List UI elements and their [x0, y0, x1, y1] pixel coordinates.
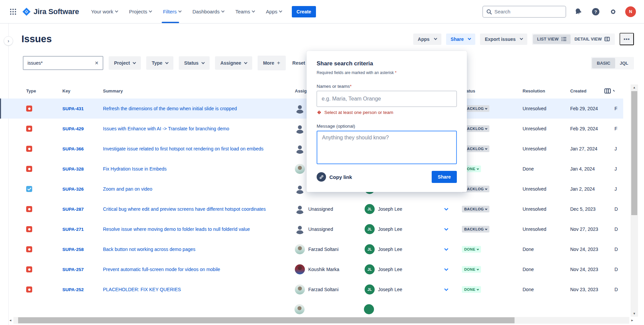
help-icon[interactable]: ? — [590, 6, 601, 17]
issue-summary-link[interactable]: Prevent automatic full-screen mode for v… — [103, 266, 291, 273]
issue-summary-link[interactable]: Critical bug where edit and preview scre… — [103, 206, 291, 212]
reporter-cell[interactable]: JL Joseph Lee — [361, 204, 433, 214]
table-row[interactable]: SUPA-287 Critical bug where edit and pre… — [0, 199, 623, 219]
issue-key-link[interactable]: SUPA-326 — [62, 187, 84, 192]
issue-summary-link[interactable]: Zoom and pan on video — [103, 186, 291, 192]
issue-summary-link[interactable]: Refresh the dimensions of the demo when … — [103, 105, 291, 112]
issue-summary-link[interactable]: Investigate issue related to first hotsp… — [103, 145, 291, 152]
issue-summary-link[interactable]: Back button not working across demo page… — [103, 246, 291, 253]
scroll-left-arrow[interactable]: ◄ — [7, 317, 13, 324]
clear-search-icon[interactable]: ✕ — [95, 60, 99, 66]
issue-key-link[interactable]: SUPA-328 — [62, 167, 84, 172]
priority-low-icon[interactable] — [433, 248, 458, 251]
assignee-filter-dropdown[interactable]: Assignee — [215, 56, 252, 70]
status-badge[interactable]: BACKLOG — [462, 206, 489, 212]
reporter-cell[interactable]: JL Joseph Lee — [361, 264, 433, 274]
copy-link-button[interactable]: Copy link — [317, 172, 352, 182]
priority-low-icon[interactable] — [433, 288, 458, 291]
issue-key-link[interactable]: SUPA-429 — [62, 126, 84, 131]
issue-key-link[interactable]: SUPA-258 — [62, 247, 84, 252]
configure-columns-button[interactable] — [604, 88, 614, 93]
table-row[interactable]: SUPA-258 Back button not working across … — [0, 239, 623, 259]
chevron-down-icon — [485, 127, 487, 129]
status-badge[interactable]: DONE — [462, 246, 481, 253]
issue-key-link[interactable]: SUPA-366 — [62, 146, 84, 151]
issue-key-link[interactable]: SUPA-287 — [62, 207, 84, 212]
horizontal-scrollbar[interactable]: ◄ ► — [13, 317, 629, 324]
issue-summary-link[interactable]: Issues with Enhance with AI -> Translate… — [103, 125, 291, 132]
notifications-bell-icon[interactable] — [573, 6, 584, 17]
priority-low-icon[interactable] — [433, 268, 458, 271]
column-header-created[interactable]: Created — [564, 88, 614, 93]
priority-low-icon[interactable] — [433, 228, 458, 231]
names-or-teams-input[interactable] — [317, 91, 457, 107]
issue-type-icon — [26, 126, 32, 132]
user-avatar[interactable]: N — [625, 6, 636, 17]
scroll-down-arrow[interactable]: ▼ — [631, 311, 638, 317]
share-submit-button[interactable]: Share — [432, 171, 457, 183]
reporter-cell[interactable]: JL Joseph Lee — [361, 224, 433, 234]
status-badge[interactable]: DONE — [462, 286, 481, 293]
column-header-key[interactable]: Key — [62, 88, 103, 93]
issue-summary-link[interactable]: PLACEHOLDER: FIX KEY QUERIES — [103, 286, 291, 293]
sidebar-expand-button[interactable]: › — [4, 36, 13, 46]
status-filter-dropdown[interactable]: Status — [179, 56, 210, 70]
apps-dropdown-button[interactable]: Apps — [413, 34, 441, 45]
assignee-cell[interactable]: Farzad Soltani — [291, 244, 361, 254]
reset-filters-button[interactable]: Reset — [291, 56, 307, 70]
nav-item-your-work[interactable]: Your work — [91, 0, 118, 23]
assignee-cell[interactable]: Farzad Soltani — [291, 284, 361, 295]
reporter-cell[interactable]: JL Joseph Lee — [361, 284, 433, 295]
issue-key-link[interactable]: SUPA-431 — [62, 106, 84, 111]
nav-item-teams[interactable]: Teams — [235, 0, 255, 23]
reporter-cell[interactable]: JL Joseph Lee — [361, 244, 433, 254]
assignee-cell[interactable]: Unassigned — [291, 224, 361, 234]
jira-logo[interactable]: Jira Software — [22, 7, 79, 16]
settings-gear-icon[interactable] — [608, 6, 619, 17]
nav-item-dashboards[interactable]: Dashboards — [193, 0, 224, 23]
table-row[interactable]: SUPA-271 Resolve issue where moving demo… — [0, 219, 623, 239]
priority-low-icon[interactable] — [433, 208, 458, 211]
app-switcher-icon[interactable] — [7, 6, 19, 17]
list-view-toggle[interactable]: LIST VIEW — [533, 35, 570, 44]
status-badge[interactable]: DONE — [462, 266, 481, 273]
issue-search-field[interactable]: ✕ — [23, 56, 103, 70]
assignee-avatar — [295, 184, 305, 194]
scroll-up-arrow[interactable]: ▲ — [631, 84, 638, 90]
share-dropdown-button[interactable]: Share — [446, 34, 476, 45]
column-header-type[interactable]: Type — [21, 88, 62, 93]
more-filters-button[interactable]: More+ — [258, 56, 285, 70]
create-button[interactable]: Create — [292, 6, 316, 17]
export-issues-button[interactable]: Export issues — [480, 34, 527, 45]
column-header-summary[interactable]: Summary — [103, 88, 291, 93]
type-filter-dropdown[interactable]: Type — [146, 56, 173, 70]
column-header-resolution[interactable]: Resolution — [513, 88, 564, 93]
status-badge[interactable]: BACKLOG — [462, 226, 489, 233]
vertical-scroll-thumb[interactable] — [631, 91, 637, 215]
horizontal-scroll-thumb[interactable] — [18, 317, 515, 323]
assignee-cell[interactable]: Unassigned — [291, 204, 361, 214]
basic-mode-toggle[interactable]: BASIC — [592, 58, 615, 68]
message-textarea[interactable] — [317, 131, 457, 164]
issue-key-link[interactable]: SUPA-257 — [62, 267, 84, 272]
nav-item-projects[interactable]: Projects — [129, 0, 152, 23]
issue-key-link[interactable]: SUPA-271 — [62, 227, 84, 232]
nav-item-filters[interactable]: Filters — [163, 0, 181, 23]
more-actions-button[interactable]: ••• — [620, 33, 634, 45]
issue-search-input[interactable] — [28, 60, 88, 66]
global-search-input[interactable] — [494, 9, 555, 14]
global-search[interactable] — [482, 6, 566, 18]
nav-item-apps[interactable]: Apps — [266, 0, 282, 23]
status-cell: DONE — [458, 246, 513, 253]
table-row[interactable]: SUPA-257 Prevent automatic full-screen m… — [0, 259, 623, 279]
assignee-cell[interactable]: Koushik Marka — [291, 264, 361, 274]
project-filter-dropdown[interactable]: Project — [109, 56, 141, 70]
issue-key-link[interactable]: SUPA-252 — [62, 287, 84, 292]
scroll-right-arrow[interactable]: ► — [629, 317, 635, 324]
jql-mode-toggle[interactable]: JQL — [615, 58, 633, 68]
issue-summary-link[interactable]: Fix Hydration Issue in Embeds — [103, 166, 291, 172]
table-row[interactable]: SUPA-252 PLACEHOLDER: FIX KEY QUERIES Fa… — [0, 279, 623, 300]
issue-summary-link[interactable]: Resolve issue where moving demo to folde… — [103, 226, 291, 233]
vertical-scrollbar[interactable]: ▲ ▼ — [631, 84, 638, 317]
detail-view-toggle[interactable]: DETAIL VIEW — [571, 35, 614, 44]
